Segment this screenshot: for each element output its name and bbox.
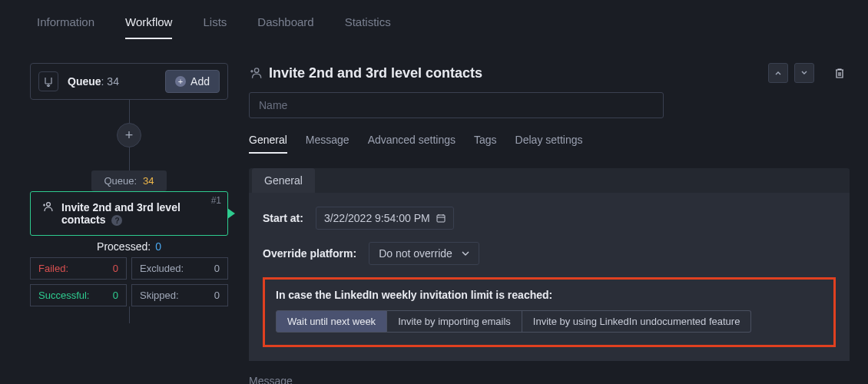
override-label: Override platform: — [263, 247, 356, 260]
add-button-label: Add — [190, 75, 210, 88]
connector-line — [129, 100, 130, 123]
chevron-down-icon — [462, 251, 469, 256]
limit-label: In case the LinkedIn weekly invitation l… — [276, 289, 823, 301]
override-select[interactable]: Do not override — [369, 242, 479, 265]
connector-line — [129, 147, 130, 170]
detail-title: Invite 2nd and 3rd level contacts — [269, 65, 762, 81]
start-at-field[interactable]: 3/22/2022 9:54:00 PM — [316, 207, 454, 230]
plus-circle-icon: + — [175, 76, 186, 87]
queue-icon — [38, 71, 58, 91]
person-add-icon — [249, 67, 263, 79]
queue-label: Queue: 34 — [68, 75, 156, 88]
general-panel: General Start at: 3/22/2022 9:54:00 PM O… — [249, 168, 850, 361]
help-icon[interactable]: ? — [111, 215, 122, 226]
subtab-advanced[interactable]: Advanced settings — [368, 134, 456, 154]
add-button[interactable]: + Add — [165, 70, 220, 93]
tab-statistics[interactable]: Statistics — [345, 15, 391, 39]
step-title: Invite 2nd and 3rd level contacts ? — [61, 201, 217, 226]
status-skipped: Skipped: 0 — [131, 284, 228, 306]
workflow-step-card[interactable]: #1 Invite 2nd and 3rd level contacts ? — [30, 191, 228, 236]
limit-option-wait[interactable]: Wait until next week — [276, 310, 387, 333]
person-add-icon — [41, 201, 54, 212]
tab-workflow[interactable]: Workflow — [125, 15, 172, 39]
queue-header-box: Queue: 34 + Add — [30, 63, 228, 100]
delete-button[interactable] — [830, 63, 850, 83]
status-excluded: Excluded: 0 — [131, 257, 228, 280]
step-number: #1 — [211, 195, 221, 206]
tab-information[interactable]: Information — [37, 15, 94, 39]
limit-option-import[interactable]: Invite by importing emails — [387, 310, 522, 333]
detail-sub-tabs: General Message Advanced settings Tags D… — [249, 134, 850, 154]
move-down-button[interactable] — [794, 63, 814, 83]
override-value: Do not override — [379, 247, 452, 260]
subtab-delay[interactable]: Delay settings — [515, 134, 583, 154]
step-arrow-icon — [227, 208, 235, 219]
start-at-value: 3/22/2022 9:54:00 PM — [324, 212, 430, 224]
subtab-message[interactable]: Message — [306, 134, 350, 154]
limit-options: Wait until next week Invite by importing… — [276, 310, 823, 333]
calendar-icon — [436, 214, 446, 223]
status-failed: Failed: 0 — [30, 257, 127, 280]
status-grid: Failed: 0 Excluded: 0 Successful: 0 Skip… — [30, 257, 228, 306]
add-node-button[interactable]: + — [117, 123, 141, 147]
subtab-general[interactable]: General — [249, 134, 287, 154]
tab-lists[interactable]: Lists — [203, 15, 227, 39]
queue-pill: Queue:34 — [91, 170, 166, 191]
panel-tab-general[interactable]: General — [252, 168, 315, 193]
name-input[interactable] — [249, 92, 664, 118]
svg-rect-2 — [437, 215, 445, 222]
connector-line — [129, 306, 130, 323]
status-successful: Successful: 0 — [30, 284, 127, 306]
limit-highlight-box: In case the LinkedIn weekly invitation l… — [263, 277, 836, 347]
move-up-button[interactable] — [768, 63, 788, 83]
detail-panel: Invite 2nd and 3rd level contacts Genera… — [249, 63, 856, 384]
limit-option-undocumented[interactable]: Invite by using LinkedIn undocumented fe… — [522, 310, 752, 333]
svg-point-0 — [47, 203, 51, 207]
processed-row: Processed:0 — [30, 236, 228, 257]
start-at-label: Start at: — [263, 212, 303, 224]
svg-point-1 — [254, 68, 258, 72]
subtab-tags[interactable]: Tags — [474, 134, 497, 154]
message-section-label: Message — [249, 375, 850, 384]
tab-dashboard[interactable]: Dashboard — [257, 15, 313, 39]
workflow-column: Queue: 34 + Add + Queue:34 #1 — [25, 63, 234, 384]
top-tabs: Information Workflow Lists Dashboard Sta… — [0, 0, 868, 40]
